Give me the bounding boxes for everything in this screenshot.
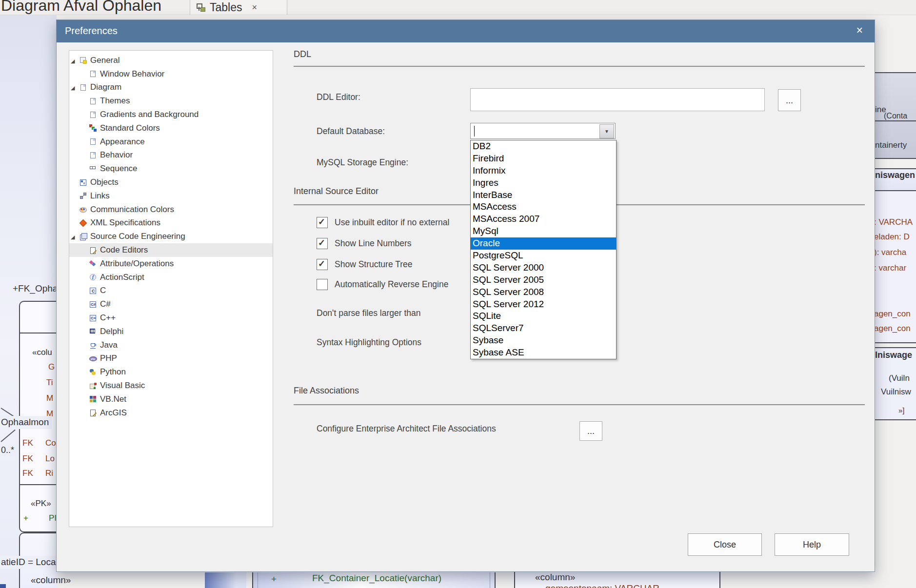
comm-colors-icon	[80, 206, 87, 213]
document-tab-bar: Diagram Afval Ophalen Tables ×	[0, 0, 916, 15]
bg-text-fragment: 0..*	[1, 445, 14, 455]
bg-text-fragment: «colu	[32, 348, 52, 357]
tree-item-java[interactable]: Java	[69, 338, 273, 352]
db-option-sybase-ase[interactable]: Sybase ASE	[471, 347, 616, 359]
tree-item-window-behavior[interactable]: Window Behavior	[69, 67, 273, 81]
arcgis-icon	[89, 409, 97, 416]
checkbox[interactable]	[317, 259, 328, 270]
db-option-sql-server-2008[interactable]: SQL Server 2008	[471, 286, 616, 298]
tree-item-arcgis[interactable]: ArcGIS	[69, 406, 273, 420]
bg-text-fragment: +	[271, 574, 277, 585]
db-option-db2[interactable]: DB2	[471, 140, 616, 153]
db-option-oracle[interactable]: Oracle	[471, 237, 616, 250]
tables-icon	[196, 2, 206, 12]
db-option-sqlserver7[interactable]: SQLServer7	[471, 322, 616, 334]
tree-item-label: Objects	[90, 177, 119, 187]
tree-item-sequence[interactable]: Sequence	[69, 162, 273, 176]
ddl-editor-input[interactable]	[470, 88, 765, 111]
tree-item-appearance[interactable]: Appearance	[69, 135, 273, 149]
tree-item-links[interactable]: Links	[69, 189, 273, 203]
tree-item-python[interactable]: Python	[69, 365, 273, 379]
tree-item-communication-colors[interactable]: Communication Colors	[69, 203, 273, 216]
tree-item-delphi[interactable]: Delphi	[69, 325, 273, 338]
preferences-tree: GeneralWindow BehaviorDiagramThemesGradi…	[69, 50, 273, 527]
db-option-informix[interactable]: Informix	[471, 165, 616, 177]
checkbox[interactable]	[317, 238, 328, 249]
cpp-icon	[89, 314, 97, 322]
checkbox-label: Show Line Numbers	[335, 238, 412, 249]
bg-text-fragment: PI	[49, 513, 57, 523]
syntax-highlighting-label: Syntax Highlighting Options	[317, 337, 421, 348]
bg-table-edge	[0, 584, 6, 588]
bg-text-fragment: : varchar	[874, 263, 906, 273]
page-icon	[89, 152, 97, 159]
python-icon	[89, 369, 97, 376]
bg-text-fragment: Ophaalmon	[0, 416, 52, 429]
checkbox-label: Use inbuilt editor if no external	[335, 217, 449, 228]
bg-text-fragment: FK	[22, 454, 33, 464]
tree-item-code-editors[interactable]: Code Editors	[69, 243, 273, 257]
bg-text-fragment: niswagen	[875, 170, 915, 180]
db-option-sybase[interactable]: Sybase	[471, 334, 616, 347]
tree-item-gradients-and-background[interactable]: Gradients and Background	[69, 108, 273, 121]
tree-item-label: Attribute/Operations	[100, 259, 174, 269]
csharp-icon	[89, 301, 97, 308]
db-option-sql-server-2005[interactable]: SQL Server 2005	[471, 274, 616, 286]
tree-item-visual-basic[interactable]: Visual Basic	[69, 379, 273, 392]
close-icon[interactable]: ×	[856, 24, 863, 37]
checkbox-row-line-numbers: Show Line Numbers	[317, 238, 412, 249]
tree-item-php[interactable]: PHP	[69, 352, 273, 366]
db-option-firebird[interactable]: Firebird	[471, 153, 616, 165]
checkbox-label: Automatically Reverse Engine	[335, 279, 448, 290]
checkbox[interactable]	[317, 279, 328, 290]
bg-text-fragment: (Conta	[884, 112, 907, 120]
default-database-combo[interactable]: ▼	[470, 123, 616, 139]
db-option-mysql[interactable]: MySql	[471, 225, 616, 237]
tree-item-label: Links	[90, 191, 110, 201]
tree-item-diagram[interactable]: Diagram	[69, 81, 273, 95]
close-button[interactable]: Close	[688, 533, 762, 556]
db-option-msaccess[interactable]: MSAccess	[471, 201, 616, 213]
file-associations-browse-button[interactable]: ...	[579, 421, 602, 441]
tree-item-standard-colors[interactable]: Standard Colors	[69, 121, 273, 135]
db-option-sql-server-2000[interactable]: SQL Server 2000	[471, 262, 616, 274]
screen: +FK_Opha«coluGTiMMOphaalmonFKCo0..*FKLoF…	[0, 0, 916, 588]
db-option-msaccess-2007[interactable]: MSAccess 2007	[471, 213, 616, 225]
db-option-sql-server-2012[interactable]: SQL Server 2012	[471, 298, 616, 311]
tree-item-c[interactable]: C	[69, 284, 273, 298]
tree-item-label: XML Specifications	[90, 218, 160, 228]
expander-icon[interactable]	[69, 56, 80, 65]
tree-item-c[interactable]: C#	[69, 297, 273, 311]
expander-icon[interactable]	[69, 232, 80, 241]
tree-item-source-code-engineering[interactable]: Source Code Engineering	[69, 230, 273, 243]
tab-close-icon[interactable]: ×	[252, 2, 257, 13]
tree-item-behavior[interactable]: Behavior	[69, 149, 273, 162]
chevron-down-icon[interactable]: ▼	[599, 124, 614, 138]
expander-icon[interactable]	[69, 82, 80, 92]
tree-item-general[interactable]: General	[69, 54, 273, 67]
text-cursor	[474, 126, 475, 137]
tree-item-c[interactable]: C++	[69, 311, 273, 325]
tree-item-objects[interactable]: Objects	[69, 176, 273, 189]
db-option-ingres[interactable]: Ingres	[471, 177, 616, 189]
table-compartment-divider	[874, 120, 916, 121]
tab-tables[interactable]: Tables ×	[190, 0, 287, 15]
help-button[interactable]: Help	[775, 533, 849, 556]
page-icon	[89, 111, 97, 118]
db-option-postgresql[interactable]: PostgreSQL	[471, 250, 616, 262]
checkbox[interactable]	[317, 217, 328, 228]
code-editors-icon	[89, 247, 97, 254]
tree-item-vb-net[interactable]: VB.Net	[69, 392, 273, 406]
db-option-interbase[interactable]: InterBase	[471, 189, 616, 201]
tree-item-themes[interactable]: Themes	[69, 94, 273, 108]
bg-text-fragment: Co	[45, 438, 56, 448]
db-option-sqlite[interactable]: SQLite	[471, 310, 616, 322]
tree-item-actionscript[interactable]: ActionScript	[69, 271, 273, 284]
bg-text-fragment: eladen: D	[874, 232, 910, 242]
tree-item-attribute-operations[interactable]: Attribute/Operations	[69, 257, 273, 271]
bg-text-fragment: Ri	[45, 469, 53, 478]
tree-item-label: ArcGIS	[100, 408, 127, 418]
ddl-editor-browse-button[interactable]: ...	[778, 89, 801, 111]
tree-item-label: VB.Net	[100, 394, 126, 404]
tree-item-xml-specifications[interactable]: XML Specifications	[69, 216, 273, 230]
